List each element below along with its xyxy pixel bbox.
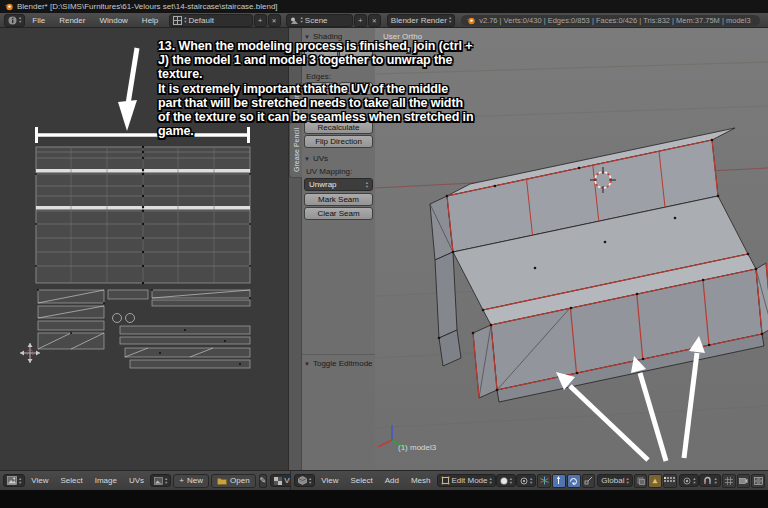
uv-2d-cursor bbox=[20, 343, 40, 363]
dropdown-arrows-icon: ▴▾ bbox=[714, 477, 716, 485]
snap-increment-icon bbox=[725, 477, 733, 485]
v3d-menu-add[interactable]: Add bbox=[385, 476, 399, 485]
layers-widget[interactable] bbox=[663, 474, 677, 488]
editor-type-selector-image[interactable]: ▴▾ bbox=[3, 474, 25, 487]
transform-orientation-dropdown[interactable]: Global ▴▾ bbox=[597, 474, 632, 487]
view3d-header: ▴▾ View Select Add Mesh Edit Mode ▴▾ ▴▾ … bbox=[290, 470, 768, 490]
scene-add-button[interactable]: + bbox=[354, 14, 367, 27]
checker-icon bbox=[274, 477, 282, 485]
uv-menu-select[interactable]: Select bbox=[60, 476, 82, 485]
editor-type-selector-info[interactable]: ▴▾ bbox=[4, 14, 25, 27]
snap-element-button[interactable] bbox=[722, 474, 736, 488]
layout-delete-button[interactable]: ✕ bbox=[268, 14, 281, 27]
dropdown-arrows-icon: ▴▾ bbox=[490, 477, 492, 485]
menu-render[interactable]: Render bbox=[59, 16, 85, 25]
toggle-editmode-panel-header[interactable]: ▼ Toggle Editmode bbox=[304, 358, 374, 369]
pivot-point-dropdown[interactable]: ▴▾ bbox=[516, 474, 536, 487]
layout-name: Default bbox=[189, 16, 249, 25]
mode-selector[interactable]: Edit Mode ▴▾ bbox=[437, 474, 496, 487]
blender-logo-icon bbox=[4, 2, 13, 11]
clear-seam-button[interactable]: Clear Seam bbox=[304, 207, 373, 220]
scene-delete-button[interactable]: ✕ bbox=[368, 14, 381, 27]
tutorial-line: part that will be stretched needs to tak… bbox=[158, 96, 538, 110]
manipulator-rotate-button[interactable] bbox=[567, 474, 581, 488]
rotate-icon bbox=[569, 476, 578, 485]
scene-icon bbox=[290, 16, 299, 25]
dropdown-arrows-icon: ▴▾ bbox=[165, 477, 167, 485]
manipulator-translate-button[interactable] bbox=[552, 474, 566, 488]
manipulator-toggle-button[interactable] bbox=[537, 474, 551, 488]
view3d-editor-icon bbox=[298, 476, 307, 485]
image-datablock-browser[interactable]: ▴▾ bbox=[150, 474, 171, 487]
title-bar: Blender* [D:\SIMS\Furnitures\61-Velours … bbox=[0, 0, 768, 13]
dropdown-arrows-icon: ▴▾ bbox=[449, 16, 451, 24]
dropdown-arrows-icon: ▴▾ bbox=[19, 477, 21, 485]
new-image-button[interactable]: + New bbox=[173, 474, 209, 488]
magnet-icon bbox=[703, 476, 712, 485]
open-image-button[interactable]: Open bbox=[211, 474, 256, 488]
v3d-menu-view[interactable]: View bbox=[321, 476, 338, 485]
window-bottom-strip bbox=[0, 490, 768, 508]
tutorial-line: J) the model 1 and model 3 together to u… bbox=[158, 53, 538, 67]
mark-seam-button[interactable]: Mark Seam bbox=[304, 193, 373, 206]
opengl-render-button[interactable] bbox=[737, 474, 751, 488]
layout-add-button[interactable]: + bbox=[254, 14, 267, 27]
proportional-icon bbox=[683, 477, 691, 485]
dropdown-arrows-icon: ▴▾ bbox=[19, 16, 21, 24]
pencil-icon: ✎ bbox=[260, 476, 267, 485]
info-header: ▴▾ File Render Window Help ▴▾ Default + … bbox=[0, 13, 768, 28]
copy-result-button[interactable] bbox=[634, 474, 648, 488]
manipulator-scale-button[interactable] bbox=[582, 474, 596, 488]
folder-icon bbox=[217, 477, 227, 485]
editor-type-selector-3d[interactable]: ▴▾ bbox=[294, 474, 315, 487]
tutorial-line: It is extremely important that the UV of… bbox=[158, 82, 538, 96]
tutorial-line: 13. When the modeling process is finishe… bbox=[158, 39, 538, 53]
panel-collapse-icon: ▼ bbox=[304, 156, 310, 162]
dropdown-arrows-icon: ▴▾ bbox=[366, 181, 368, 189]
proportional-edit-dropdown[interactable]: ▴▾ bbox=[679, 474, 699, 487]
uv-menu-uvs[interactable]: UVs bbox=[129, 476, 144, 485]
image-editor-icon bbox=[7, 476, 17, 485]
plus-icon: + bbox=[179, 476, 184, 485]
snap-dropdown[interactable]: ▴▾ bbox=[699, 474, 720, 487]
render-engine-selector[interactable]: Blender Render ▴▾ bbox=[387, 14, 455, 27]
menu-help[interactable]: Help bbox=[142, 16, 158, 25]
uvs-panel-header[interactable]: ▼ UVs bbox=[304, 153, 374, 164]
pencil-icon-button[interactable]: ✎ bbox=[259, 474, 268, 488]
dropdown-arrows-icon: ▴▾ bbox=[301, 16, 303, 24]
dropdown-arrows-icon: ▴▾ bbox=[184, 16, 186, 24]
dropdown-arrows-icon: ▴▾ bbox=[530, 477, 532, 485]
limit-visible-icon bbox=[651, 477, 659, 485]
tutorial-text: 13. When the modeling process is finishe… bbox=[158, 39, 538, 138]
uv-islands bbox=[35, 146, 251, 368]
layout-icon bbox=[173, 16, 182, 25]
dropdown-arrows-icon: ▴▾ bbox=[510, 477, 512, 485]
menu-window[interactable]: Window bbox=[99, 16, 127, 25]
uv-menu-image[interactable]: Image bbox=[95, 476, 117, 485]
uv-mapping-label: UV Mapping: bbox=[306, 167, 352, 176]
staircase-model[interactable] bbox=[430, 128, 768, 402]
blender-window: Blender* [D:\SIMS\Furnitures\61-Velours … bbox=[0, 0, 768, 508]
editmode-icon bbox=[441, 476, 450, 485]
screen-layout-selector[interactable]: ▴▾ Default bbox=[169, 14, 252, 27]
stack-icon bbox=[637, 477, 645, 485]
dropdown-arrows-icon: ▴▾ bbox=[309, 477, 311, 485]
render-camera-icon bbox=[739, 477, 748, 485]
panel-divider bbox=[302, 354, 376, 355]
scene-selector[interactable]: ▴▾ Scene bbox=[286, 14, 353, 27]
v3d-menu-select[interactable]: Select bbox=[350, 476, 372, 485]
v3d-menu-mesh[interactable]: Mesh bbox=[411, 476, 431, 485]
unwrap-dropdown[interactable]: Unwrap ▴▾ bbox=[304, 178, 373, 191]
stats-bar: v2.76 | Verts:0/430 | Edges:0/853 | Face… bbox=[461, 15, 760, 26]
opengl-render-anim-button[interactable] bbox=[751, 474, 765, 488]
scene-name: Scene bbox=[305, 16, 349, 25]
translate-icon bbox=[554, 476, 563, 485]
scale-icon bbox=[584, 476, 593, 485]
menu-file[interactable]: File bbox=[32, 16, 45, 25]
limit-selection-button[interactable] bbox=[648, 474, 662, 488]
engine-name: Blender Render bbox=[391, 16, 447, 25]
window-title: Blender* [D:\SIMS\Furnitures\61-Velours … bbox=[17, 2, 278, 11]
uv-menu-view[interactable]: View bbox=[31, 476, 48, 485]
viewport-shading-dropdown[interactable]: ▴▾ bbox=[496, 474, 516, 487]
dropdown-arrows-icon: ▴▾ bbox=[693, 477, 695, 485]
